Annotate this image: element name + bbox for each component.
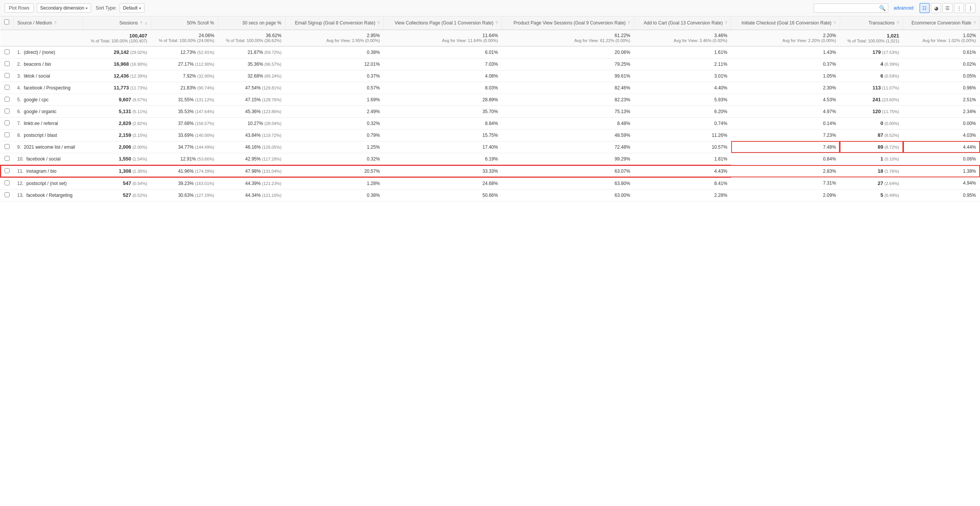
totals-add-cart-cell: 3.46% Avg for View: 3.46% (0.00%)	[634, 30, 731, 46]
th-add-cart[interactable]: Add to Cart (Goal 13 Conversion Rate) ?	[634, 16, 731, 30]
view-coll-help-icon[interactable]: ?	[495, 21, 498, 25]
th-email[interactable]: Email Signup (Goal 8 Conversion Rate) ?	[285, 16, 384, 30]
pie-view-icon[interactable]: ◕	[931, 3, 941, 13]
row-checkbox[interactable]	[5, 61, 10, 66]
row-checkbox[interactable]	[5, 49, 10, 54]
checkout-cell: 0.84%	[731, 153, 840, 165]
row-checkbox-cell[interactable]	[0, 94, 13, 105]
secs-cell: 32.68% (89.24%)	[218, 70, 286, 82]
row-checkbox[interactable]	[5, 85, 10, 90]
scroll-cell: 21.83% (90.74%)	[151, 82, 218, 94]
th-ecomm[interactable]: Ecommerce Conversion Rate ?	[903, 16, 980, 30]
row-checkbox-cell[interactable]	[0, 153, 13, 165]
source-medium-value: linktr.ee / referral	[24, 121, 58, 126]
ecomm-help-icon[interactable]: ?	[974, 21, 976, 25]
totals-row: 100,407 % of Total: 100.00% (100,407) 24…	[0, 30, 980, 46]
row-checkbox[interactable]	[5, 132, 10, 137]
row-checkbox[interactable]	[5, 73, 10, 78]
th-ecomm-label: Ecommerce Conversion Rate	[912, 20, 972, 26]
select-all-checkbox[interactable]	[0, 16, 13, 30]
grid-view-icon[interactable]: ☷	[920, 3, 930, 13]
source-medium-value: google / cpc	[24, 97, 49, 102]
th-product[interactable]: Product Page View Sessions (Goal 9 Conve…	[502, 16, 634, 30]
sort-type-dropdown[interactable]: Default ▾	[120, 3, 144, 13]
view-coll-cell: 6.01%	[384, 46, 502, 58]
product-cell: 63.07%	[502, 165, 634, 177]
row-checkbox[interactable]	[5, 180, 10, 185]
view-coll-cell: 8.03%	[384, 82, 502, 94]
row-checkbox[interactable]	[5, 97, 10, 102]
source-medium-cell: 2. beacons / bio	[13, 58, 83, 70]
add-cart-cell: 11.26%	[634, 129, 731, 141]
header-checkbox[interactable]	[4, 19, 9, 24]
advanced-link[interactable]: advanced	[894, 5, 913, 11]
row-number: 13.	[17, 193, 24, 198]
totals-checkout-cell: 2.20% Avg for View: 2.20% (0.00%)	[731, 30, 840, 46]
secs-cell: 47.15% (128.76%)	[218, 94, 286, 105]
row-checkbox-cell[interactable]	[0, 117, 13, 129]
source-medium-value: postscript / blast	[24, 133, 57, 138]
view-coll-cell: 4.08%	[384, 70, 502, 82]
th-scroll[interactable]: 50% Scroll %	[151, 16, 218, 30]
row-number: 6.	[17, 109, 21, 114]
checkout-cell: 7.31%	[731, 177, 840, 190]
plot-rows-button[interactable]: Plot Rows	[5, 3, 34, 13]
scroll-cell: 41.96% (174.39%)	[151, 165, 218, 177]
source-medium-cell: 1. (direct) / (none)	[13, 46, 83, 58]
row-checkbox-cell[interactable]	[0, 189, 13, 201]
row-checkbox[interactable]	[5, 109, 10, 114]
row-checkbox-cell[interactable]	[0, 46, 13, 58]
th-view-coll[interactable]: View Collections Page (Goal 1 Conversion…	[384, 16, 502, 30]
checkout-cell: 7.48%	[731, 141, 840, 153]
row-checkbox[interactable]	[5, 144, 10, 149]
row-number: 7.	[17, 121, 21, 126]
product-cell: 75.13%	[502, 105, 634, 117]
pivot-view-icon[interactable]: ⋮	[954, 3, 964, 13]
th-sessions[interactable]: Sessions ? ↓	[83, 16, 151, 30]
checkout-cell: 1.43%	[731, 46, 840, 58]
row-checkbox[interactable]	[5, 168, 10, 173]
product-help-icon[interactable]: ?	[628, 21, 630, 25]
email-help-icon[interactable]: ?	[377, 21, 380, 25]
columns-view-icon[interactable]: ⦌	[965, 3, 975, 13]
row-checkbox-cell[interactable]	[0, 177, 13, 190]
row-checkbox-cell[interactable]	[0, 58, 13, 70]
secs-cell: 44.34% (121.10%)	[218, 189, 286, 201]
email-cell: 0.38%	[285, 189, 384, 201]
ecomm-cell: 0.00%	[903, 117, 980, 129]
transactions-cell: 0 (0.00%)	[840, 117, 903, 129]
search-input[interactable]	[816, 5, 878, 11]
th-add-cart-label: Add to Cart (Goal 13 Conversion Rate)	[644, 20, 723, 26]
row-checkbox-cell[interactable]	[0, 105, 13, 117]
row-checkbox-cell[interactable]	[0, 70, 13, 82]
checkout-help-icon[interactable]: ?	[834, 21, 836, 25]
sessions-cell: 11,773 (11.73%)	[83, 82, 151, 94]
transactions-help-icon[interactable]: ?	[897, 21, 899, 25]
table-row: 1. (direct) / (none) 29,142 (29.02%) 12.…	[0, 46, 980, 58]
row-checkbox-cell[interactable]	[0, 82, 13, 94]
th-secs[interactable]: 30 secs on page %	[218, 16, 286, 30]
row-checkbox[interactable]	[5, 156, 10, 161]
bar-view-icon[interactable]: ☰	[943, 3, 952, 13]
ecomm-cell: 0.96%	[903, 82, 980, 94]
row-number: 9.	[17, 144, 21, 150]
th-transactions[interactable]: Transactions ?	[840, 16, 903, 30]
add-cart-help-icon[interactable]: ?	[725, 21, 727, 25]
sort-type-arrow-icon: ▾	[139, 6, 141, 10]
ecomm-cell: 2.34%	[903, 105, 980, 117]
table-container: Source / Medium ? Sessions ? ↓ 50% Scrol…	[0, 16, 980, 201]
row-checkbox-cell[interactable]	[0, 129, 13, 141]
row-checkbox-cell[interactable]	[0, 165, 13, 177]
th-checkout[interactable]: Initiate Checkout (Goal 16 Conversion Ra…	[731, 16, 840, 30]
source-medium-help-icon[interactable]: ?	[54, 21, 57, 25]
secs-cell: 43.84% (119.72%)	[218, 129, 286, 141]
view-coll-cell: 24.68%	[384, 177, 502, 190]
row-checkbox-cell[interactable]	[0, 141, 13, 153]
table-row: 4. facebook / Prospecting 11,773 (11.73%…	[0, 82, 980, 94]
sessions-help-icon[interactable]: ?	[140, 21, 142, 25]
secondary-dimension-dropdown[interactable]: Secondary dimension ▾	[37, 3, 91, 13]
view-coll-cell: 15.75%	[384, 129, 502, 141]
row-checkbox[interactable]	[5, 120, 10, 125]
row-checkbox[interactable]	[5, 192, 10, 197]
sessions-cell: 2,829 (2.82%)	[83, 117, 151, 129]
